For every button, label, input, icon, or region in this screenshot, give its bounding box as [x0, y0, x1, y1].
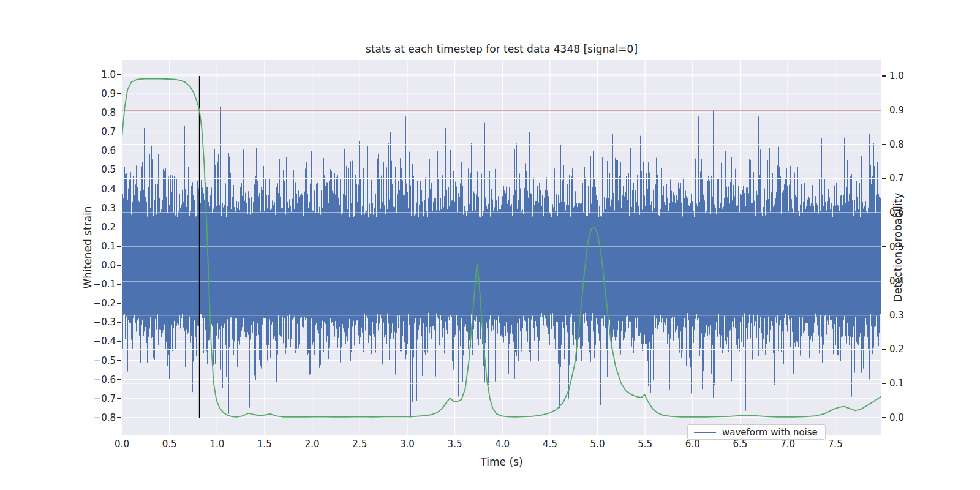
y-tick-mark-right — [882, 417, 886, 418]
y-tick-label-left: −0.2 — [73, 298, 116, 309]
y-tick-label-right: 0.0 — [889, 412, 904, 423]
x-tick-label: 7.5 — [828, 439, 843, 450]
y-tick-mark-left — [117, 360, 121, 361]
y-tick-label-left: −0.6 — [73, 374, 116, 385]
y-tick-label-left: −0.3 — [73, 317, 116, 328]
y-tick-label-left: 0.8 — [73, 107, 116, 118]
legend: waveform with noise — [687, 424, 826, 440]
x-tick-label: 2.0 — [305, 439, 320, 450]
legend-line-sample-icon — [694, 432, 716, 433]
y-tick-mark-left — [117, 132, 121, 132]
x-tick-label: 6.0 — [685, 439, 700, 450]
y-tick-mark-right — [882, 75, 886, 76]
y-tick-label-left: 1.0 — [73, 69, 116, 80]
y-tick-label-left: 0.2 — [73, 222, 116, 233]
y-tick-mark-left — [117, 170, 121, 170]
x-tick-label: 4.0 — [495, 439, 510, 450]
y-tick-mark-left — [117, 189, 121, 189]
y-tick-mark-left — [117, 303, 121, 304]
y-tick-mark-left — [117, 74, 121, 75]
y-tick-label-left: 0.5 — [73, 164, 116, 175]
y-tick-mark-left — [117, 265, 121, 265]
chart-title: stats at each timestep for test data 434… — [122, 43, 881, 55]
y-tick-label-left: −0.5 — [73, 355, 116, 366]
plot-area — [122, 60, 881, 435]
y-tick-label-left: −0.8 — [73, 412, 116, 423]
y-tick-mark-right — [882, 349, 886, 350]
y-tick-mark-right — [882, 383, 886, 384]
x-tick-label: 3.5 — [448, 439, 462, 450]
x-tick-label: 0.0 — [115, 439, 129, 450]
y-tick-mark-left — [117, 151, 121, 151]
y-tick-mark-right — [882, 281, 886, 281]
y-tick-label-left: 0.9 — [73, 88, 116, 99]
y-tick-label-left: −0.1 — [73, 279, 116, 290]
y-tick-mark-left — [117, 93, 121, 94]
y-tick-label-right: 0.9 — [889, 105, 904, 116]
y-tick-mark-left — [117, 208, 121, 208]
x-tick-label: 1.0 — [209, 439, 224, 450]
y-tick-mark-left — [117, 246, 121, 246]
x-tick-label: 1.5 — [257, 439, 272, 450]
y-tick-label-left: 0.4 — [73, 184, 116, 195]
x-axis-label: Time (s) — [480, 456, 522, 468]
y-tick-label-right: 0.8 — [889, 139, 904, 150]
figure: stats at each timestep for test data 434… — [0, 0, 980, 490]
y-tick-mark-left — [117, 398, 121, 399]
y-tick-label-right: 0.7 — [889, 173, 904, 184]
y-tick-label-right: 0.3 — [889, 310, 904, 321]
series-waveform-noise — [123, 75, 881, 418]
y-tick-mark-left — [117, 227, 121, 227]
legend-label: waveform with noise — [722, 427, 818, 438]
y-tick-label-left: 0.0 — [73, 260, 116, 271]
y-tick-label-right: 1.0 — [889, 70, 904, 81]
y-tick-mark-left — [117, 379, 121, 380]
y-tick-mark-right — [882, 178, 886, 179]
chart-canvas — [122, 60, 881, 435]
x-tick-label: 4.5 — [543, 439, 557, 450]
x-tick-label: 0.5 — [162, 439, 177, 450]
y-tick-mark-left — [117, 284, 121, 285]
y-tick-label-right: 0.2 — [889, 344, 904, 355]
y-tick-mark-left — [117, 417, 121, 418]
x-tick-label: 7.0 — [780, 439, 795, 450]
y-tick-mark-right — [882, 110, 886, 110]
y-tick-label-right: 0.1 — [889, 378, 904, 389]
y-tick-mark-left — [117, 341, 121, 342]
y-tick-mark-left — [117, 113, 121, 113]
y-tick-mark-left — [117, 322, 121, 323]
x-tick-label: 5.0 — [590, 439, 605, 450]
x-tick-label: 5.5 — [638, 439, 652, 450]
x-tick-label: 6.5 — [733, 439, 748, 450]
y-axis-label-right: Detection probability — [892, 193, 904, 303]
x-tick-label: 3.0 — [400, 439, 415, 450]
y-tick-mark-right — [882, 213, 886, 213]
y-tick-mark-right — [882, 315, 886, 315]
y-tick-label-left: 0.6 — [73, 145, 116, 156]
y-tick-label-left: 0.1 — [73, 241, 116, 252]
y-tick-mark-right — [882, 144, 886, 145]
x-tick-label: 2.5 — [352, 439, 367, 450]
y-tick-label-left: 0.7 — [73, 126, 116, 137]
y-tick-label-left: 0.3 — [73, 203, 116, 214]
y-tick-mark-right — [882, 246, 886, 247]
y-axis-label-left: Whitened strain — [81, 206, 94, 288]
y-tick-label-left: −0.4 — [73, 336, 116, 347]
y-tick-label-left: −0.7 — [73, 393, 116, 404]
